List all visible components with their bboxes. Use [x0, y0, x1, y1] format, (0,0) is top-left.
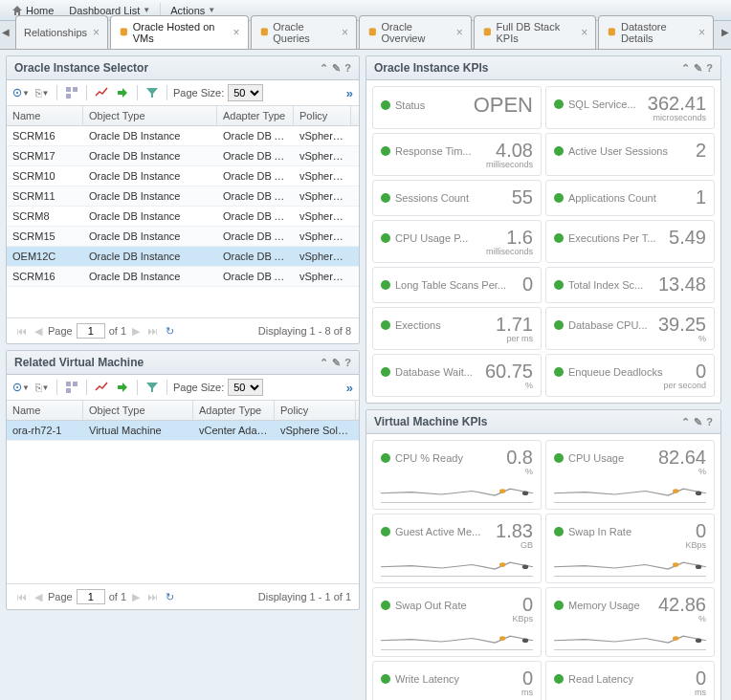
close-icon[interactable]: ×: [456, 26, 463, 39]
more-button[interactable]: »: [346, 381, 353, 395]
page-input[interactable]: [77, 589, 105, 604]
col-policy[interactable]: Policy: [294, 106, 351, 125]
kpi-card[interactable]: Swap In Rate0KBps: [545, 514, 715, 583]
tab-relationships[interactable]: Relationships×: [15, 15, 108, 49]
export-icon[interactable]: [114, 379, 131, 396]
kpi-card[interactable]: Write Latency0ms: [372, 661, 542, 700]
table-row[interactable]: OEM12COracle DB InstanceOracle DB Ad...v…: [7, 247, 359, 267]
panel-title: Oracle Instance KPIs: [374, 61, 488, 75]
tab-label: Oracle Hosted on VMs: [133, 21, 228, 44]
tab-full-db-stack-kpis[interactable]: Full DB Stack KPIs×: [474, 15, 596, 49]
kpi-card[interactable]: Swap Out Rate0KBps: [372, 587, 542, 657]
first-page[interactable]: ⏮: [14, 325, 29, 337]
kpi-card[interactable]: Database Wait...60.75%: [372, 354, 542, 397]
collapse-icon[interactable]: ⌃: [681, 62, 690, 75]
gear-dropdown[interactable]: ▼: [12, 84, 30, 101]
close-icon[interactable]: ×: [93, 26, 100, 39]
help-icon[interactable]: ?: [344, 62, 351, 74]
col-policy[interactable]: Policy: [275, 401, 356, 420]
kpi-card[interactable]: Long Table Scans Per...0: [372, 267, 542, 303]
table-row[interactable]: SCRM16Oracle DB InstanceOracle DB Ad...v…: [7, 126, 359, 146]
kpi-card[interactable]: Memory Usage42.86%: [545, 587, 715, 657]
help-icon[interactable]: ?: [706, 62, 713, 74]
kpi-card[interactable]: Database CPU...39.25%: [545, 307, 715, 350]
table-row[interactable]: SCRM11Oracle DB InstanceOracle DB Ad...v…: [7, 186, 359, 207]
table-row[interactable]: SCRM15Oracle DB InstanceOracle DB Ad...v…: [7, 227, 359, 247]
kpi-card[interactable]: Executions Per T...5.49: [545, 220, 715, 263]
kpi-card[interactable]: SQL Service...362.41microseconds: [545, 86, 715, 129]
kpi-card[interactable]: Enqueue Deadlocks0per second: [545, 354, 715, 397]
tab-datastore-details[interactable]: Datastore Details×: [598, 15, 714, 49]
kpi-card[interactable]: CPU Usage82.64%: [545, 440, 715, 510]
help-icon[interactable]: ?: [706, 416, 713, 427]
col-object-type[interactable]: Object Type: [83, 106, 217, 125]
close-icon[interactable]: ×: [233, 26, 240, 39]
prev-page[interactable]: ◀: [33, 591, 44, 603]
table-row[interactable]: SCRM17Oracle DB InstanceOracle DB Ad...v…: [7, 146, 359, 166]
kpi-card[interactable]: StatusOPEN: [372, 86, 542, 129]
tab-oracle-queries[interactable]: Oracle Queries×: [251, 15, 357, 49]
tab-oracle-overview[interactable]: Oracle Overview×: [359, 15, 472, 49]
col-name[interactable]: Name: [7, 401, 83, 420]
next-page[interactable]: ▶: [130, 591, 142, 603]
gear-dropdown[interactable]: ▼: [12, 379, 30, 396]
status-dot-icon: [381, 527, 390, 536]
page-input[interactable]: [77, 323, 105, 339]
table-row[interactable]: ora-rh72-1Virtual MachinevCenter Adap...…: [7, 421, 359, 441]
col-adapter-type[interactable]: Adapter Type: [217, 106, 294, 125]
edit-icon[interactable]: ✎: [332, 62, 341, 75]
col-object-type[interactable]: Object Type: [83, 401, 193, 420]
prev-page[interactable]: ◀: [33, 325, 44, 338]
kpi-card[interactable]: Read Latency0ms: [545, 661, 715, 700]
last-page[interactable]: ⏭: [145, 325, 160, 337]
refresh-icon[interactable]: [164, 591, 176, 603]
collapse-icon[interactable]: ⌃: [681, 416, 690, 428]
filter-icon[interactable]: [144, 84, 161, 101]
dashboard-icon[interactable]: [63, 379, 80, 396]
kpi-card[interactable]: Response Tim...4.08milliseconds: [372, 133, 542, 176]
kpi-value: 0: [696, 667, 706, 689]
collapse-icon[interactable]: ⌃: [320, 62, 328, 75]
action-dropdown[interactable]: ⎘▼: [33, 379, 51, 396]
filter-icon[interactable]: [144, 379, 161, 396]
edit-icon[interactable]: ✎: [332, 357, 341, 369]
close-icon[interactable]: ×: [698, 26, 705, 39]
collapse-icon[interactable]: ⌃: [320, 357, 328, 369]
kpi-card[interactable]: Applications Count1: [545, 180, 715, 216]
kpi-card[interactable]: Active User Sessions2: [545, 133, 715, 176]
edit-icon[interactable]: ✎: [694, 416, 702, 428]
kpi-card[interactable]: Total Index Sc...13.48: [545, 267, 715, 303]
last-page[interactable]: ⏭: [145, 591, 160, 602]
page-size-select[interactable]: 50: [228, 379, 263, 396]
tab-scroll-left[interactable]: ◀: [2, 27, 10, 37]
col-adapter-type[interactable]: Adapter Type: [193, 401, 275, 420]
tab-scroll-right[interactable]: ▶: [721, 27, 729, 37]
chart-icon[interactable]: [93, 379, 110, 396]
next-page[interactable]: ▶: [130, 325, 142, 338]
first-page[interactable]: ⏮: [14, 591, 29, 602]
close-icon[interactable]: ×: [342, 26, 348, 39]
more-button[interactable]: »: [346, 86, 353, 100]
col-name[interactable]: Name: [7, 106, 83, 125]
kpi-value: 13.48: [658, 273, 706, 295]
export-icon[interactable]: [114, 84, 131, 101]
edit-icon[interactable]: ✎: [694, 62, 702, 75]
table-row[interactable]: SCRM10Oracle DB InstanceOracle DB Ad...v…: [7, 166, 359, 186]
refresh-icon[interactable]: [164, 325, 176, 338]
kpi-card[interactable]: Sessions Count55: [372, 180, 542, 216]
help-icon[interactable]: ?: [344, 357, 351, 368]
sparkline: [381, 554, 533, 577]
dashboard-icon[interactable]: [63, 84, 80, 101]
status-dot-icon: [554, 674, 564, 684]
chart-icon[interactable]: [93, 84, 110, 101]
kpi-card[interactable]: CPU % Ready0.8%: [372, 440, 542, 510]
kpi-card[interactable]: Exections1.71per ms: [372, 307, 542, 350]
action-dropdown[interactable]: ⎘▼: [33, 84, 51, 101]
page-size-select[interactable]: 50: [228, 84, 263, 101]
tab-oracle-hosted-on-vms[interactable]: Oracle Hosted on VMs×: [110, 15, 249, 49]
close-icon[interactable]: ×: [581, 26, 587, 39]
kpi-card[interactable]: CPU Usage P...1.6milliseconds: [372, 220, 542, 263]
table-row[interactable]: SCRM16Oracle DB InstanceOracle DB Ad...v…: [7, 267, 359, 287]
table-row[interactable]: SCRM8Oracle DB InstanceOracle DB Ad...vS…: [7, 207, 359, 227]
kpi-card[interactable]: Guest Active Me...1.83GB: [372, 514, 542, 583]
